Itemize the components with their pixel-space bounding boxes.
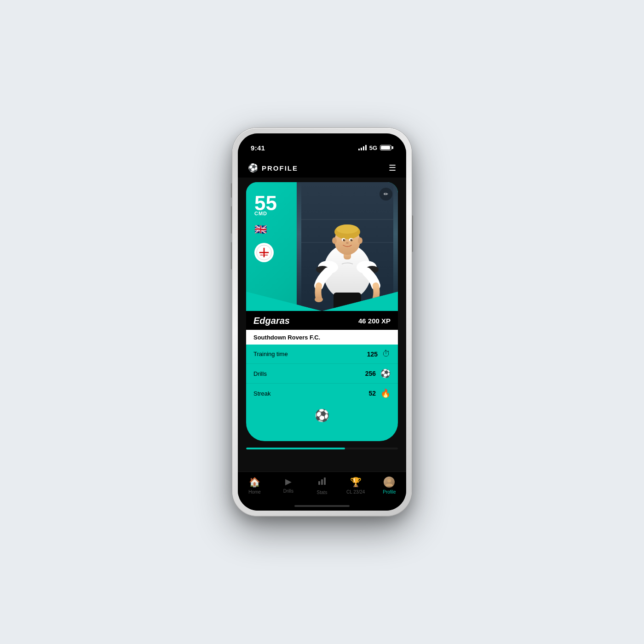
phone-frame: 9:41 5G ⚽ PROFILE bbox=[232, 128, 412, 516]
svg-rect-30 bbox=[321, 479, 323, 485]
svg-text:ENGLAND: ENGLAND bbox=[260, 254, 268, 256]
card-club-row: Southdown Rovers F.C. bbox=[246, 330, 398, 345]
soccer-ball-icon: ⚽ bbox=[380, 368, 391, 379]
signal-icon bbox=[358, 145, 367, 150]
app-header: ⚽ PROFILE ☰ bbox=[238, 156, 406, 178]
flag-icon: 🇬🇧 bbox=[254, 224, 288, 236]
svg-point-22 bbox=[351, 239, 352, 240]
svg-rect-6 bbox=[301, 219, 393, 220]
nav-item-home[interactable]: 🏠 Home bbox=[238, 477, 271, 494]
fire-icon: 🔥 bbox=[380, 388, 391, 398]
main-area: 55 CMD 🇬🇧 bbox=[238, 178, 406, 472]
progress-bar-bg bbox=[246, 448, 398, 449]
svg-rect-29 bbox=[318, 481, 320, 485]
player-photo bbox=[297, 182, 398, 311]
nav-label-drills: Drills bbox=[283, 489, 293, 494]
app-logo-icon: ⚽ bbox=[248, 163, 258, 173]
app-content: ⚽ PROFILE ☰ 55 CMD bbox=[238, 156, 406, 511]
player-photo-bg bbox=[297, 182, 398, 311]
player-xp: 46 200 XP bbox=[358, 317, 391, 325]
nav-item-cl[interactable]: 🏆 CL 23/24 bbox=[339, 477, 373, 494]
stat-value-streak: 52 bbox=[368, 390, 376, 397]
player-name: Edgaras bbox=[253, 316, 290, 326]
svg-rect-31 bbox=[324, 477, 326, 485]
england-badge-svg: ENGLAND bbox=[256, 245, 272, 260]
svg-point-25 bbox=[358, 237, 362, 244]
edit-button[interactable]: ✏ bbox=[380, 188, 392, 201]
svg-point-23 bbox=[346, 242, 349, 244]
stat-label-streak: Streak bbox=[253, 390, 271, 397]
drills-icon: ▶ bbox=[285, 477, 292, 487]
player-figure bbox=[297, 182, 398, 311]
stat-value-drills: 256 bbox=[365, 370, 376, 377]
card-footer: ⚽ bbox=[246, 403, 398, 441]
phone-screen: 9:41 5G ⚽ PROFILE bbox=[238, 133, 406, 511]
stat-value-training: 125 bbox=[367, 351, 378, 358]
svg-point-19 bbox=[343, 239, 345, 242]
svg-point-27 bbox=[372, 297, 380, 302]
card-name-row: Edgaras 46 200 XP bbox=[246, 311, 398, 330]
nav-label-home: Home bbox=[248, 489, 261, 494]
home-indicator bbox=[294, 505, 350, 507]
stat-row-streak: Streak 52 🔥 bbox=[246, 384, 398, 403]
stat-right-training: 125 ⏱ bbox=[367, 349, 391, 359]
svg-rect-28 bbox=[334, 293, 361, 311]
home-icon: 🏠 bbox=[249, 477, 260, 488]
battery-icon bbox=[380, 145, 393, 150]
footer-soccer-icon: ⚽ bbox=[315, 408, 329, 423]
svg-point-24 bbox=[332, 237, 337, 244]
svg-point-32 bbox=[387, 479, 391, 483]
club-badge: ENGLAND bbox=[254, 243, 274, 262]
svg-point-16 bbox=[336, 224, 358, 234]
progress-bar-fill bbox=[246, 448, 345, 449]
nav-item-stats[interactable]: Stats bbox=[305, 477, 339, 495]
nav-item-profile[interactable]: Profile bbox=[373, 477, 406, 494]
nav-label-cl: CL 23/24 bbox=[346, 489, 365, 494]
page-title: PROFILE bbox=[262, 164, 298, 172]
svg-point-20 bbox=[351, 239, 353, 242]
stat-label-drills: Drills bbox=[253, 370, 267, 377]
network-type: 5G bbox=[369, 144, 377, 151]
trophy-icon: 🏆 bbox=[350, 477, 362, 488]
svg-point-26 bbox=[315, 297, 323, 302]
svg-point-21 bbox=[344, 239, 345, 240]
card-left-info: 55 CMD 🇬🇧 bbox=[246, 182, 288, 311]
status-time: 9:41 bbox=[251, 144, 265, 152]
profile-avatar bbox=[384, 477, 395, 488]
stat-right-streak: 52 🔥 bbox=[368, 388, 391, 398]
stat-right-drills: 256 ⚽ bbox=[365, 368, 391, 379]
stat-row-drills: Drills 256 ⚽ bbox=[246, 364, 398, 384]
club-name: Southdown Rovers F.C. bbox=[253, 334, 320, 341]
progress-area bbox=[246, 441, 398, 453]
stat-row-training: Training time 125 ⏱ bbox=[246, 345, 398, 364]
nav-label-stats: Stats bbox=[317, 490, 328, 495]
header-left: ⚽ PROFILE bbox=[248, 163, 298, 173]
status-icons: 5G bbox=[358, 144, 393, 151]
nav-item-drills[interactable]: ▶ Drills bbox=[271, 477, 305, 494]
stat-label-training: Training time bbox=[253, 351, 288, 357]
timer-icon: ⏱ bbox=[382, 349, 391, 359]
nav-label-profile: Profile bbox=[383, 489, 396, 494]
menu-button[interactable]: ☰ bbox=[389, 163, 396, 173]
card-stats: Training time 125 ⏱ Drills 256 ⚽ bbox=[246, 345, 398, 403]
player-card: 55 CMD 🇬🇧 bbox=[246, 182, 398, 441]
stats-icon bbox=[317, 477, 327, 488]
notch bbox=[292, 133, 352, 150]
card-top: 55 CMD 🇬🇧 bbox=[246, 182, 398, 311]
